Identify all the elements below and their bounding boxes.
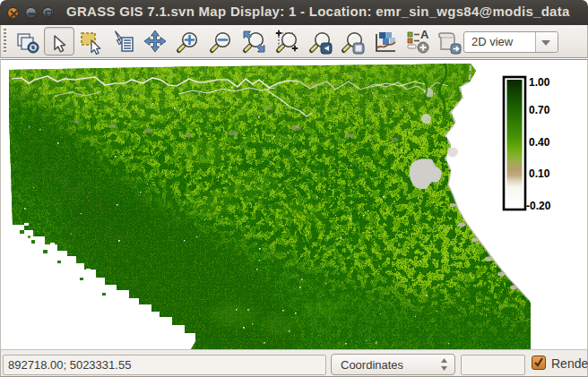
svg-text:0.70: 0.70 <box>529 104 550 116</box>
svg-text:0.40: 0.40 <box>529 136 550 149</box>
svg-text:1.00: 1.00 <box>529 76 550 89</box>
svg-text:-0.20: -0.20 <box>526 200 551 212</box>
svg-text:A: A <box>420 28 429 41</box>
svg-text:0.10: 0.10 <box>529 167 550 180</box>
